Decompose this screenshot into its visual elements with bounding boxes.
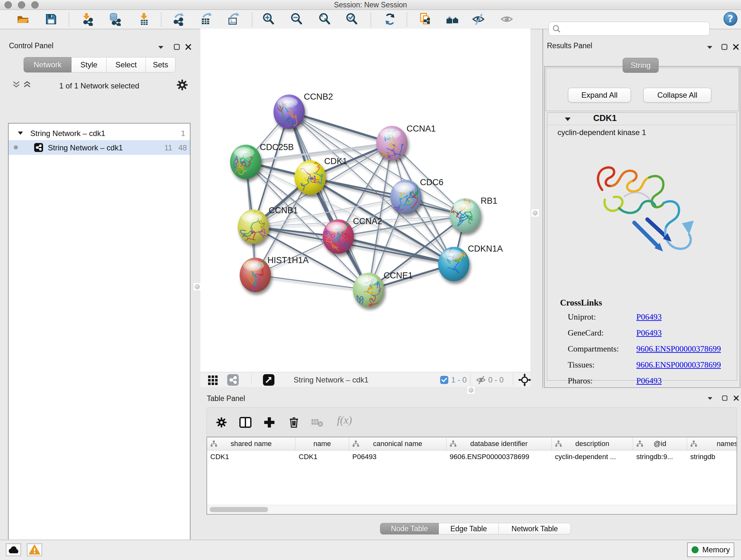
- delete-column-trash-icon[interactable]: [286, 415, 301, 430]
- save-session-icon[interactable]: [44, 12, 58, 26]
- column-header-namespace[interactable]: namespace: [687, 437, 737, 450]
- column-header-description[interactable]: description: [552, 437, 633, 450]
- network-canvas[interactable]: CCNB2CCNA1CDC25BCDK1CDC6RB1CCNB1CCNA2CDK…: [200, 29, 530, 372]
- crosslink-value-link[interactable]: 9606.ENSP00000378699: [636, 344, 721, 354]
- zoom-fit-content-icon[interactable]: [318, 12, 332, 26]
- first-neighbors-icon[interactable]: [446, 12, 460, 26]
- show-grid-icon[interactable]: [207, 374, 219, 386]
- view-network-title: String Network – cdk1: [293, 375, 368, 384]
- open-session-icon[interactable]: [16, 12, 30, 26]
- results-panel-close-icon[interactable]: [733, 44, 739, 50]
- help-icon[interactable]: ?: [723, 11, 738, 26]
- crosslink-value-link[interactable]: P06493: [636, 376, 662, 386]
- control-panel-close-icon[interactable]: [185, 44, 192, 50]
- expand-all-button[interactable]: Expand All: [568, 88, 631, 103]
- table-panel-float-icon[interactable]: [722, 395, 728, 401]
- export-table-icon[interactable]: [199, 12, 213, 26]
- import-network-from-file-icon[interactable]: [80, 12, 95, 26]
- tab-node-table[interactable]: Node Table: [380, 523, 439, 535]
- results-panel-float-icon[interactable]: [721, 44, 728, 50]
- add-column-icon[interactable]: [262, 415, 277, 430]
- column-header--id[interactable]: @id: [633, 437, 687, 450]
- show-all-icon[interactable]: [499, 12, 514, 26]
- export-network-icon[interactable]: [171, 12, 186, 26]
- crosslink-label: Tissues:: [568, 360, 636, 370]
- network-edge[interactable]: [255, 275, 368, 290]
- right-splitter-handle[interactable]: [531, 209, 539, 217]
- network-row[interactable]: String Network – cdk1 11 48: [9, 140, 190, 155]
- import-table-from-file-icon[interactable]: [137, 12, 151, 26]
- tab-network[interactable]: Network: [23, 57, 71, 72]
- network-node-ccne1[interactable]: [353, 273, 384, 307]
- warning-status-icon[interactable]: [27, 543, 42, 556]
- zoom-selected-icon[interactable]: [345, 12, 359, 26]
- scrollbar-thumb[interactable]: [210, 507, 268, 512]
- results-panel-menu-icon[interactable]: [706, 45, 713, 49]
- table-options-gear-icon[interactable]: [214, 415, 229, 430]
- network-collection-row[interactable]: String Network – cdk1 1: [9, 126, 190, 140]
- import-network-from-database-icon[interactable]: [108, 12, 123, 26]
- zoom-out-icon[interactable]: [289, 12, 304, 26]
- table-cell[interactable]: CDK1: [207, 450, 295, 462]
- cloud-status-icon[interactable]: [6, 543, 21, 556]
- viewbar-separator: [513, 374, 513, 385]
- memory-label: Memory: [702, 545, 730, 554]
- tab-network-table[interactable]: Network Table: [499, 523, 571, 535]
- control-panel-float-icon[interactable]: [174, 44, 180, 50]
- zoom-in-icon[interactable]: [261, 12, 276, 26]
- collection-expander-icon[interactable]: [17, 131, 23, 135]
- function-builder-icon[interactable]: f(x): [337, 414, 352, 426]
- column-header-shared-name[interactable]: shared name: [207, 437, 295, 450]
- table-panel-menu-icon[interactable]: [707, 396, 713, 400]
- new-network-from-selection-icon[interactable]: [418, 12, 433, 26]
- selected-checkbox-icon[interactable]: [440, 376, 448, 384]
- table-cell[interactable]: 9606.ENSP00000378699: [447, 450, 552, 462]
- network-node-rb1[interactable]: [450, 198, 481, 233]
- apply-preferred-layout-icon[interactable]: [383, 12, 397, 26]
- crosslink-row: Compartments:9606.ENSP00000378699: [568, 344, 734, 360]
- network-node-ccna2[interactable]: [323, 219, 354, 254]
- crosslink-value-link[interactable]: 9606.ENSP00000378699: [636, 360, 721, 370]
- detach-view-icon[interactable]: [263, 374, 275, 386]
- crosslink-label: Uniprot:: [568, 312, 636, 322]
- table-cell[interactable]: stringdb: [687, 450, 737, 462]
- memory-button[interactable]: Memory: [687, 543, 734, 557]
- column-header-canonical-name[interactable]: canonical name: [349, 437, 447, 450]
- show-columns-icon[interactable]: [238, 415, 253, 430]
- column-header-database-identifier[interactable]: database identifier: [447, 437, 552, 450]
- collection-count: 1: [181, 129, 185, 138]
- network-node-ccna1[interactable]: [376, 126, 408, 160]
- tab-select[interactable]: Select: [107, 57, 146, 72]
- network-node-ccnb1[interactable]: [238, 209, 269, 244]
- table-cell[interactable]: cyclin-dependent ...: [552, 450, 633, 462]
- table-panel-close-icon[interactable]: [733, 395, 739, 401]
- network-node-cdc6[interactable]: [390, 180, 421, 214]
- network-thumbnail-icon[interactable]: [227, 374, 239, 386]
- network-node-hist1h1a[interactable]: [240, 258, 271, 292]
- column-header-name[interactable]: name: [295, 437, 349, 450]
- network-node-cdc25b[interactable]: [230, 145, 261, 179]
- network-edge[interactable]: [289, 112, 392, 143]
- section-collapse-icon[interactable]: [564, 117, 571, 121]
- birds-eye-view-icon[interactable]: [518, 374, 531, 386]
- network-edge-count: 48: [179, 143, 187, 152]
- network-panel-options-gear-icon[interactable]: [177, 79, 188, 91]
- tab-sets[interactable]: Sets: [146, 57, 176, 72]
- network-node-cdkn1a[interactable]: [438, 247, 469, 281]
- table-cell[interactable]: stringdb:9...: [633, 450, 687, 462]
- export-image-icon[interactable]: [226, 12, 241, 26]
- node-label-ccne1: CCNE1: [384, 271, 413, 280]
- delete-table-icon[interactable]: [310, 415, 325, 430]
- collapse-all-button[interactable]: Collapse All: [643, 88, 711, 103]
- control-panel-menu-icon[interactable]: [158, 45, 164, 49]
- hide-selected-icon[interactable]: [471, 12, 486, 26]
- table-cell[interactable]: CDK1: [295, 450, 349, 462]
- crosslink-value-link[interactable]: P06493: [636, 328, 662, 338]
- network-node-ccnb2[interactable]: [273, 95, 305, 129]
- table-cell[interactable]: P06493: [349, 450, 447, 462]
- hidden-eye-icon[interactable]: [475, 375, 486, 385]
- tab-edge-table[interactable]: Edge Table: [439, 523, 499, 535]
- crosslink-value-link[interactable]: P06493: [636, 312, 662, 322]
- network-node-cdk1[interactable]: [294, 160, 326, 195]
- tab-style[interactable]: Style: [71, 57, 107, 72]
